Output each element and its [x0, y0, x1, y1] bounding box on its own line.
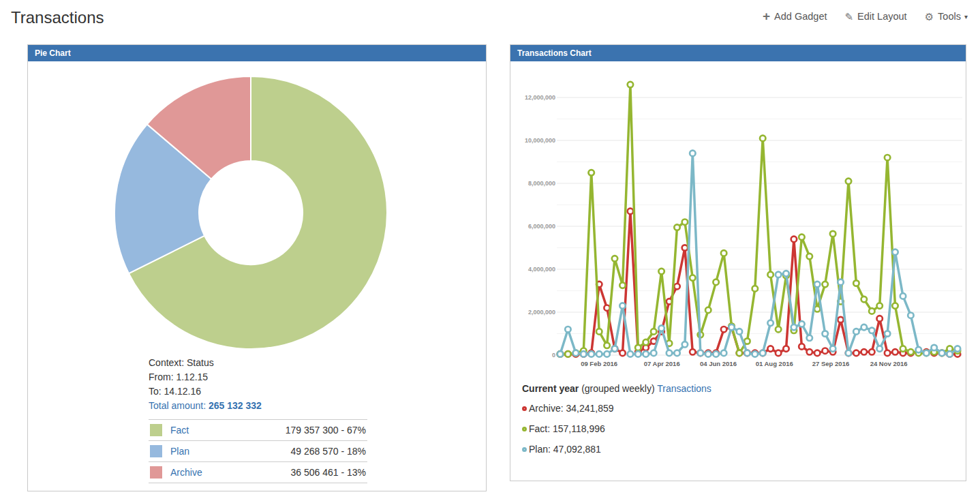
- svg-text:12,000,000: 12,000,000: [525, 94, 555, 101]
- pie-gadget-titlebar[interactable]: Pie Chart: [28, 45, 486, 61]
- pie-chart-gadget: Pie Chart Context: Status From: 1.12.15 …: [27, 44, 487, 491]
- fact-legend-link[interactable]: Fact: [169, 420, 227, 441]
- pie-donut-chart[interactable]: [28, 61, 486, 353]
- tx-legend-title: Current year (grouped weekly) Transactio…: [522, 383, 966, 394]
- dashboard-toolbar: + Add Gadget ✎ Edit Layout ⚙ Tools ▾: [763, 8, 969, 22]
- chevron-down-icon: ▾: [964, 13, 968, 20]
- tx-gadget-title: Transactions Chart: [517, 48, 592, 58]
- page-title: Transactions: [11, 8, 104, 27]
- fact-marker-icon: [522, 427, 527, 431]
- plan-legend-value: 49 268 570 - 18%: [227, 441, 367, 462]
- transactions-chart-gadget: Transactions Chart 02,000,0004,000,0006,…: [510, 44, 966, 481]
- pie-legend-table: Fact 179 357 300 - 67% Plan 49 268 570 -…: [149, 419, 367, 483]
- plan-legend-link[interactable]: Plan: [169, 441, 227, 462]
- table-row: Plan 49 268 570 - 18%: [149, 441, 367, 462]
- svg-text:0: 0: [552, 352, 555, 359]
- fact-total-label: Fact: 157,118,996: [529, 423, 605, 434]
- list-item: Fact: 157,118,996: [522, 423, 966, 434]
- edit-layout-label: Edit Layout: [857, 11, 907, 22]
- tools-button[interactable]: ⚙ Tools ▾: [925, 11, 968, 22]
- gear-icon: ⚙: [925, 12, 934, 22]
- edit-layout-button[interactable]: ✎ Edit Layout: [845, 11, 907, 22]
- table-row: Fact 179 357 300 - 67%: [149, 420, 367, 441]
- pie-to-line: To: 14.12.16: [149, 384, 486, 399]
- tx-legend-title-bold: Current year: [522, 383, 579, 394]
- archive-legend-value: 36 506 461 - 13%: [227, 462, 367, 483]
- pie-total-label: Total amount:: [149, 400, 206, 411]
- tx-legend-block: Current year (grouped weekly) Transactio…: [510, 374, 966, 455]
- list-item: Archive: 34,241,859: [522, 403, 966, 414]
- archive-legend-link[interactable]: Archive: [169, 462, 227, 483]
- dashboard-header: Transactions + Add Gadget ✎ Edit Layout …: [0, 0, 980, 27]
- tx-gadget-titlebar[interactable]: Transactions Chart: [510, 45, 966, 61]
- add-gadget-button[interactable]: + Add Gadget: [763, 11, 827, 22]
- svg-text:27 Sep 2016: 27 Sep 2016: [812, 360, 849, 367]
- svg-text:4,000,000: 4,000,000: [528, 266, 555, 273]
- add-gadget-label: Add Gadget: [774, 11, 827, 22]
- svg-text:2,000,000: 2,000,000: [528, 309, 555, 316]
- plan-swatch-icon: [150, 445, 162, 457]
- transactions-line-chart[interactable]: 02,000,0004,000,0006,000,0008,000,00010,…: [510, 61, 966, 374]
- svg-text:07 Apr 2016: 07 Apr 2016: [644, 360, 680, 367]
- archive-swatch-icon: [150, 466, 162, 479]
- tx-legend-note: (grouped weekly): [581, 383, 654, 394]
- svg-text:10,000,000: 10,000,000: [525, 137, 555, 144]
- pencil-icon: ✎: [845, 12, 854, 22]
- svg-text:04 Jun 2016: 04 Jun 2016: [700, 360, 737, 367]
- list-item: Plan: 47,092,881: [522, 444, 966, 455]
- pie-context-line: Context: Status: [149, 356, 486, 370]
- pie-context-block: Context: Status From: 1.12.15 To: 14.12.…: [149, 356, 486, 413]
- svg-text:6,000,000: 6,000,000: [528, 223, 555, 230]
- archive-total-label: Archive: 34,241,859: [529, 403, 614, 414]
- svg-text:09 Feb 2016: 09 Feb 2016: [581, 360, 617, 367]
- fact-legend-value: 179 357 300 - 67%: [227, 420, 367, 441]
- fact-swatch-icon: [150, 424, 162, 436]
- svg-text:24 Nov 2016: 24 Nov 2016: [870, 360, 908, 367]
- pie-from-line: From: 1.12.15: [149, 370, 486, 384]
- plus-icon: +: [763, 12, 770, 21]
- transactions-link[interactable]: Transactions: [657, 383, 711, 394]
- plan-total-label: Plan: 47,092,881: [529, 444, 601, 455]
- pie-total-value: 265 132 332: [209, 400, 262, 411]
- archive-marker-icon: [522, 406, 527, 411]
- pie-gadget-title: Pie Chart: [35, 48, 71, 58]
- svg-text:8,000,000: 8,000,000: [528, 180, 555, 187]
- tools-label: Tools: [938, 11, 961, 22]
- plan-marker-icon: [522, 447, 527, 452]
- table-row: Archive 36 506 461 - 13%: [149, 462, 367, 483]
- pie-total-line: Total amount: 265 132 332: [149, 399, 486, 413]
- svg-text:01 Aug 2016: 01 Aug 2016: [756, 360, 793, 367]
